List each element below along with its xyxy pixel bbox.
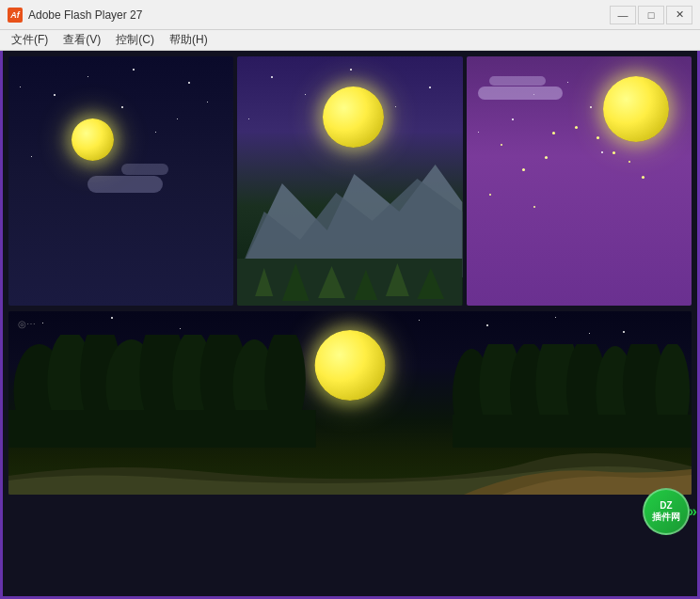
watermark-line2: 插件网 — [652, 512, 680, 522]
panel-1 — [8, 56, 233, 306]
watermark-circle: DZ 插件网 — [643, 488, 690, 535]
moon-panel1 — [72, 118, 114, 161]
menu-control[interactable]: 控制(C) — [108, 30, 162, 50]
cloud2-panel3 — [489, 76, 546, 86]
moon-bottom — [315, 330, 386, 401]
cloud2-panel1 — [121, 164, 168, 175]
menu-help[interactable]: 帮助(H) — [162, 30, 215, 50]
arrow-right-icon: » — [689, 503, 697, 520]
trees-left — [8, 335, 316, 448]
corner-icon: ◎⋯ — [18, 319, 36, 329]
top-panels — [8, 56, 692, 306]
flash-container: ◎⋯ — [0, 51, 700, 599]
close-button[interactable]: ✕ — [666, 6, 692, 24]
title-bar-left: Af Adobe Flash Player 27 — [8, 8, 142, 23]
title-bar: Af Adobe Flash Player 27 — □ ✕ — [0, 0, 700, 30]
menu-view[interactable]: 查看(V) — [56, 30, 108, 50]
minimize-button[interactable]: — — [610, 6, 636, 24]
bottom-panel: ◎⋯ — [8, 311, 692, 495]
moon-panel2 — [323, 87, 384, 148]
flash-inner: ◎⋯ — [3, 51, 697, 596]
window-title: Adobe Flash Player 27 — [28, 8, 142, 22]
cloud-panel1 — [88, 176, 163, 193]
trees-panel2 — [237, 259, 462, 306]
window-controls: — □ ✕ — [610, 6, 692, 24]
panel-3 — [467, 56, 692, 306]
moon-panel3 — [603, 76, 669, 142]
trees-right — [453, 344, 692, 448]
cloud-panel3 — [478, 87, 563, 100]
panel-2 — [237, 56, 462, 306]
app-icon: Af — [8, 8, 23, 23]
watermark: DZ 插件网 » — [643, 488, 690, 535]
menu-file[interactable]: 文件(F) — [4, 30, 56, 50]
ground-terrain — [8, 433, 692, 495]
watermark-line1: DZ — [660, 500, 672, 511]
maximize-button[interactable]: □ — [638, 6, 664, 24]
menu-bar: 文件(F) 查看(V) 控制(C) 帮助(H) — [0, 30, 700, 51]
